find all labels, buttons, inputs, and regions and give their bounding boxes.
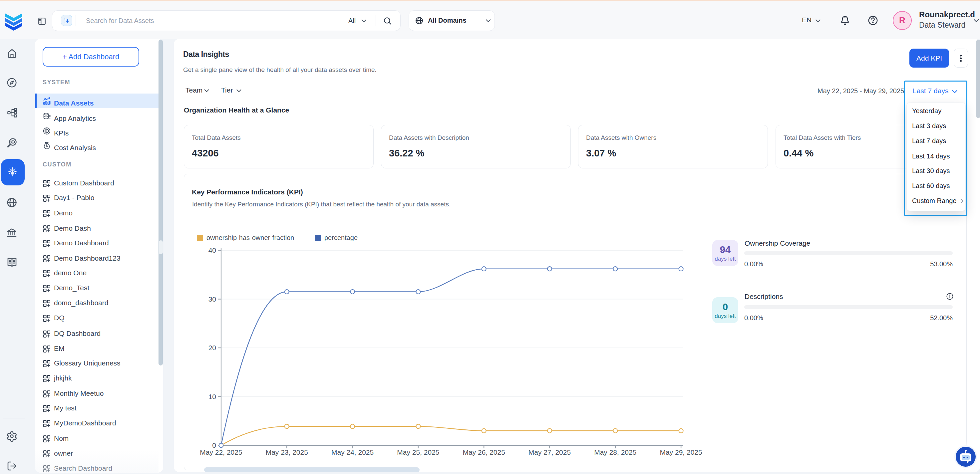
svg-text:May 29, 2025: May 29, 2025 — [660, 449, 702, 456]
svg-text:May 25, 2025: May 25, 2025 — [397, 449, 439, 456]
svg-text:May 22, 2025: May 22, 2025 — [200, 449, 242, 456]
svg-text:May 24, 2025: May 24, 2025 — [331, 449, 374, 456]
svg-text:10: 10 — [208, 393, 216, 401]
svg-text:May 28, 2025: May 28, 2025 — [594, 449, 636, 456]
svg-text:30: 30 — [208, 295, 216, 303]
svg-text:May 26, 2025: May 26, 2025 — [463, 449, 505, 456]
svg-text:20: 20 — [208, 344, 216, 352]
svg-text:40: 40 — [208, 247, 216, 254]
svg-text:May 27, 2025: May 27, 2025 — [528, 449, 571, 456]
svg-text:May 23, 2025: May 23, 2025 — [266, 449, 308, 456]
svg-text:0: 0 — [212, 441, 216, 449]
